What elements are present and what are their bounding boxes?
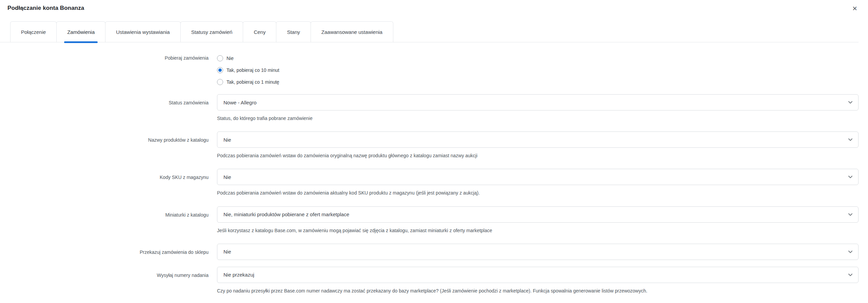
row-status-zamowienia: Status zamówienia Nowe - Allegro Status,…: [0, 94, 868, 121]
status-zamowienia-select[interactable]: Nowe - Allegro: [217, 94, 859, 110]
radio-label: Tak, pobieraj co 10 minut: [226, 67, 279, 73]
radio-unchecked-icon: [217, 55, 223, 61]
row-nazwy-produktow: Nazwy produktów z katalogu Nie Podczas p…: [0, 132, 868, 159]
select-value: Nie: [223, 249, 231, 255]
pobieraj-zamowienia-radiogroup: Nie Tak, pobieraj co 10 minut Tak, pobie…: [217, 53, 859, 89]
field-help: Podczas pobierania zamówień wstaw do zam…: [217, 190, 859, 196]
tab-stany[interactable]: Stany: [276, 21, 311, 42]
field-label: Pobieraj zamówienia: [0, 53, 217, 89]
select-value: Nie: [223, 137, 231, 143]
tab-ustawienia-wystawiania[interactable]: Ustawienia wystawiania: [105, 21, 180, 42]
row-kody-sku: Kody SKU z magazynu Nie Podczas pobieran…: [0, 169, 868, 196]
field-help: Podczas pobierania zamówień wstaw do zam…: [217, 153, 859, 159]
field-label: Nazwy produktów z katalogu: [0, 132, 217, 159]
chevron-down-icon: [848, 273, 853, 277]
select-value: Nie przekazuj: [223, 272, 254, 278]
field-label: Miniaturki z katalogu: [0, 206, 217, 234]
chevron-down-icon: [848, 138, 853, 142]
chevron-down-icon: [848, 100, 853, 104]
chevron-down-icon: [848, 213, 853, 217]
radio-option-co-10-minut[interactable]: Tak, pobieraj co 10 minut: [217, 65, 859, 75]
select-value: Nie, miniaturki produktów pobierane z of…: [223, 211, 349, 217]
miniaturki-select[interactable]: Nie, miniaturki produktów pobierane z of…: [217, 206, 859, 223]
row-wysylaj-numery: Wysyłaj numery nadania Nie przekazuj Czy…: [0, 267, 868, 294]
nazwy-produktow-select[interactable]: Nie: [217, 132, 859, 148]
chevron-down-icon: [848, 250, 853, 254]
select-value: Nowe - Allegro: [223, 100, 257, 105]
row-miniaturki: Miniaturki z katalogu Nie, miniaturki pr…: [0, 206, 868, 234]
field-help: Czy po nadaniu przesyłki przez Base.com …: [217, 288, 859, 294]
field-help: Status, do którego trafia pobrane zamówi…: [217, 115, 859, 121]
settings-form: Pobieraj zamówienia Nie Tak, pobieraj co…: [0, 42, 868, 294]
row-pobieraj-zamowienia: Pobieraj zamówienia Nie Tak, pobieraj co…: [0, 53, 868, 89]
field-help: Jeśli korzystasz z katalogu Base.com, w …: [217, 227, 859, 234]
chevron-down-icon: [848, 175, 853, 179]
tab-zaawansowane-ustawienia[interactable]: Zaawansowane ustawienia: [311, 21, 393, 42]
page-title: Podłączanie konta Bonanza: [7, 5, 859, 12]
radio-checked-icon: [217, 67, 223, 73]
przekazuj-zamowienia-select[interactable]: Nie: [217, 244, 859, 260]
radio-unchecked-icon: [217, 79, 223, 85]
field-label: Wysyłaj numery nadania: [0, 267, 217, 294]
field-label: Przekazuj zamówienia do sklepu: [0, 244, 217, 260]
tab-statusy-zamowien[interactable]: Statusy zamówień: [180, 21, 243, 42]
tab-polaczenie[interactable]: Połączenie: [10, 21, 57, 42]
row-przekazuj-zamowienia: Przekazuj zamówienia do sklepu Nie: [0, 244, 868, 260]
field-label: Status zamówienia: [0, 94, 217, 121]
tab-bar: Połączenie Zamówienia Ustawienia wystawi…: [0, 21, 859, 42]
radio-label: Tak, pobieraj co 1 minutę: [226, 79, 279, 85]
tab-zamowienia[interactable]: Zamówienia: [56, 21, 105, 42]
radio-option-co-1-minute[interactable]: Tak, pobieraj co 1 minutę: [217, 77, 859, 87]
kody-sku-select[interactable]: Nie: [217, 169, 859, 185]
radio-label: Nie: [226, 56, 234, 61]
dialog-header: Podłączanie konta Bonanza ×: [0, 0, 868, 16]
select-value: Nie: [223, 174, 231, 180]
wysylaj-numery-select[interactable]: Nie przekazuj: [217, 267, 859, 283]
close-icon[interactable]: ×: [850, 3, 860, 14]
field-label: Kody SKU z magazynu: [0, 169, 217, 196]
radio-option-nie[interactable]: Nie: [217, 53, 859, 63]
tab-ceny[interactable]: Ceny: [243, 21, 276, 42]
